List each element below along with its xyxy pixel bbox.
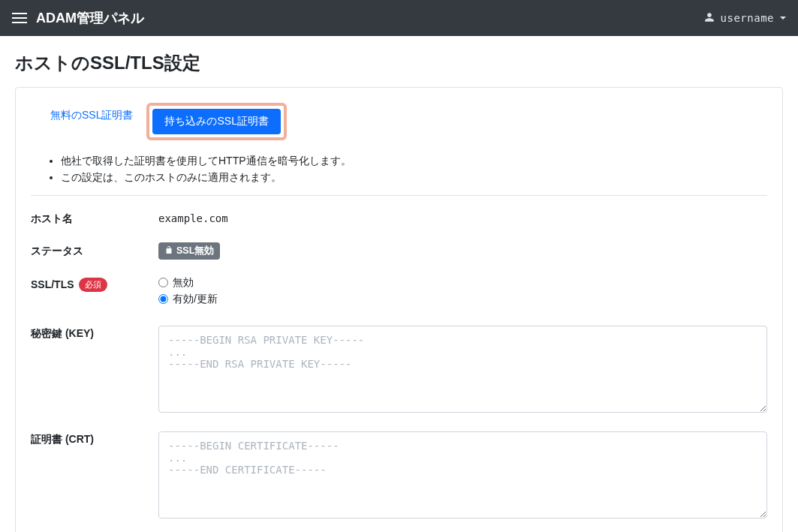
private-key-label: 秘密鍵 (KEY) <box>31 326 158 341</box>
status-badge: SSL無効 <box>158 242 220 260</box>
divider <box>31 195 767 196</box>
radio-disable-label[interactable]: 無効 <box>158 276 767 290</box>
unlock-icon <box>164 245 173 257</box>
app-header: ADAM管理パネル username <box>0 0 798 36</box>
tabs: 無料のSSL証明書 持ち込みのSSL証明書 <box>31 103 767 140</box>
ssl-label: SSL/TLS <box>31 278 74 290</box>
tab-own-ssl[interactable]: 持ち込みのSSL証明書 <box>152 109 280 134</box>
certificate-textarea[interactable] <box>158 431 767 518</box>
radio-enable[interactable] <box>158 294 168 304</box>
description-item: この設定は、このホストのみに適用されます。 <box>61 169 767 185</box>
settings-card: 無料のSSL証明書 持ち込みのSSL証明書 他社で取得した証明書を使用してHTT… <box>15 87 783 532</box>
description-item: 他社で取得した証明書を使用してHTTP通信を暗号化します。 <box>61 152 767 169</box>
ssl-label-group: SSL/TLS 必須 <box>31 276 158 292</box>
radio-disable-text: 無効 <box>173 276 194 290</box>
certificate-label: 証明書 (CRT) <box>31 431 158 446</box>
hostname-value: example.com <box>158 212 767 224</box>
status-label: ステータス <box>31 243 158 258</box>
brand-title: ADAM管理パネル <box>36 9 144 27</box>
user-icon <box>704 12 715 25</box>
description: 他社で取得した証明書を使用してHTTP通信を暗号化します。 この設定は、このホス… <box>31 152 767 186</box>
page-title: ホストのSSL/TLS設定 <box>15 51 783 75</box>
row-private-key: 秘密鍵 (KEY) <box>31 326 767 415</box>
ssl-radio-group: 無効 有効/更新 <box>158 276 767 309</box>
radio-enable-text: 有効/更新 <box>173 293 218 306</box>
radio-disable[interactable] <box>158 278 168 287</box>
menu-icon[interactable] <box>12 13 27 23</box>
username-label: username <box>721 12 774 24</box>
required-badge: 必須 <box>79 278 107 292</box>
row-status: ステータス SSL無効 <box>31 242 767 260</box>
page-body: ホストのSSL/TLS設定 無料のSSL証明書 持ち込みのSSL証明書 他社で取… <box>0 36 798 532</box>
chevron-down-icon <box>780 17 786 20</box>
row-hostname: ホスト名 example.com <box>31 211 767 226</box>
row-ssl-option: SSL/TLS 必須 無効 有効/更新 <box>31 276 767 309</box>
user-menu[interactable]: username <box>704 12 786 25</box>
hostname-label: ホスト名 <box>31 211 158 226</box>
radio-enable-label[interactable]: 有効/更新 <box>158 293 767 306</box>
tab-free-ssl[interactable]: 無料のSSL証明書 <box>40 103 143 140</box>
row-certificate: 証明書 (CRT) <box>31 431 767 521</box>
tab-own-highlight: 持ち込みのSSL証明書 <box>146 103 286 140</box>
status-badge-text: SSL無効 <box>176 245 214 257</box>
header-left: ADAM管理パネル <box>12 9 144 27</box>
private-key-textarea[interactable] <box>158 326 767 413</box>
